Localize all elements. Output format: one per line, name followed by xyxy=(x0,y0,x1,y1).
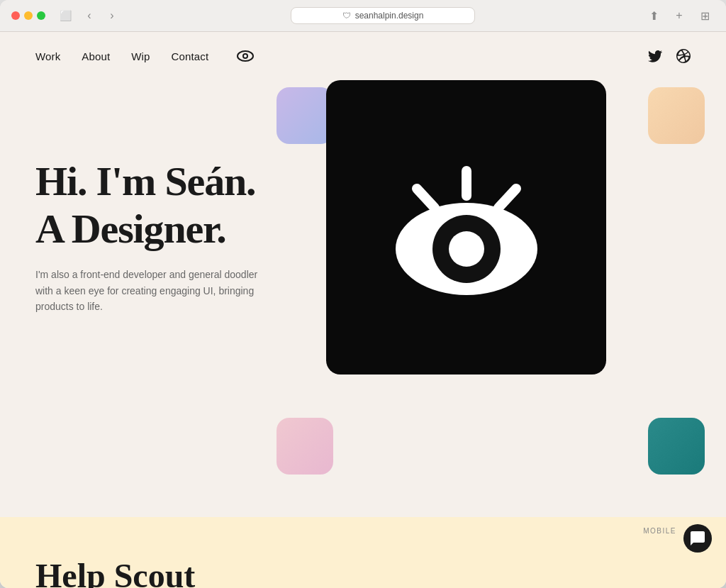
eye-icon[interactable] xyxy=(237,50,254,62)
site-nav: Work About Wip Contact xyxy=(0,32,726,80)
nav-link-about[interactable]: About xyxy=(82,50,110,62)
sidebar-toggle-button[interactable]: ⬜ xyxy=(57,9,74,23)
traffic-light-fullscreen[interactable] xyxy=(37,11,45,20)
extensions-button[interactable]: ⊞ xyxy=(695,6,715,26)
hero-section: Hi. I'm Seán. A Designer. I'm also a fro… xyxy=(0,80,726,517)
nav-right-icons xyxy=(648,49,691,63)
twitter-icon[interactable] xyxy=(648,50,662,62)
deco-square-peach xyxy=(648,87,705,144)
deco-square-purple xyxy=(277,87,333,144)
nav-link-wip[interactable]: Wip xyxy=(131,50,150,62)
helpscout-heading: Help Scout xyxy=(35,556,195,588)
traffic-light-close[interactable] xyxy=(11,11,20,20)
svg-line-4 xyxy=(417,189,435,208)
dribbble-icon[interactable] xyxy=(676,49,691,63)
new-tab-button[interactable]: + xyxy=(669,6,689,26)
address-bar[interactable]: 🛡 seanhalpin.design xyxy=(291,7,475,24)
forward-button[interactable]: › xyxy=(102,6,122,26)
hero-text: Hi. I'm Seán. A Designer. I'm also a fro… xyxy=(35,158,277,315)
share-button[interactable]: ⬆ xyxy=(644,6,664,26)
svg-point-8 xyxy=(449,231,484,267)
nav-link-work[interactable]: Work xyxy=(35,50,60,62)
deco-square-pink xyxy=(277,418,333,475)
chat-button[interactable] xyxy=(683,524,712,553)
site-content: Work About Wip Contact xyxy=(0,32,726,588)
browser-chrome: ⬜ ‹ › 🛡 seanhalpin.design ⬆ + ⊞ xyxy=(0,0,726,32)
mobile-label: MOBILE xyxy=(643,527,676,535)
browser-window-controls: ⬜ xyxy=(57,9,74,23)
browser-actions: ⬆ + ⊞ xyxy=(644,6,715,26)
nav-links: Work About Wip Contact xyxy=(35,50,254,62)
traffic-light-minimize[interactable] xyxy=(24,11,33,20)
back-button[interactable]: ‹ xyxy=(79,6,99,26)
svg-line-5 xyxy=(498,189,516,208)
shield-icon: 🛡 xyxy=(342,11,351,21)
eye-illustration xyxy=(367,150,566,306)
browser-nav-buttons: ‹ › xyxy=(79,6,122,26)
eye-illustration-box xyxy=(326,80,606,375)
hero-heading: Hi. I'm Seán. A Designer. xyxy=(35,158,277,253)
address-bar-container: 🛡 seanhalpin.design xyxy=(128,7,638,24)
traffic-lights xyxy=(11,11,45,20)
hero-subtext: I'm also a front-end developer and gener… xyxy=(35,267,277,314)
nav-link-contact[interactable]: Contact xyxy=(172,50,209,62)
bottom-section: MOBILE Help Scout xyxy=(0,517,726,588)
url-display: seanhalpin.design xyxy=(355,11,424,21)
browser-titlebar: ⬜ ‹ › 🛡 seanhalpin.design ⬆ + ⊞ xyxy=(0,0,726,31)
deco-square-teal xyxy=(648,418,705,475)
svg-point-2 xyxy=(244,55,247,57)
browser-window: ⬜ ‹ › 🛡 seanhalpin.design ⬆ + ⊞ xyxy=(0,0,726,588)
